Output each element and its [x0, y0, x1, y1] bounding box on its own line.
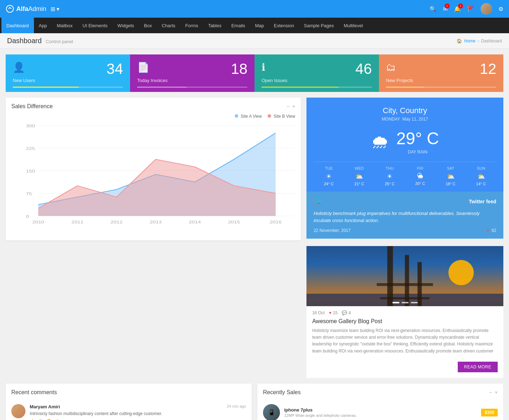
page-heading: Dashboard Control panel [7, 37, 73, 45]
blog-comments-count: 💬 4 [342, 310, 351, 315]
twitter-card: 🐦 Twitter feed Holisticly benchmark plug… [306, 192, 503, 239]
nav-app[interactable]: App [34, 18, 52, 33]
chart-card: Sales Difference − × Site A View Site B … [6, 98, 301, 240]
stat-label-projects: New Projects [386, 78, 496, 83]
thumbs-up-count: (7) [38, 419, 43, 420]
stat-card-users: 👤 34 New Users [6, 54, 130, 92]
nav-widgets[interactable]: Widgets [112, 18, 139, 33]
twitter-footer: 22 November, 2017 ♥ 62 [314, 228, 496, 233]
top-nav: AlfaAdmin ⊞ ▾ 🔍 ✉ 1 🔔 1 🚩 ⚙ [0, 0, 509, 18]
comment-text-1: Intrinsicly fashion multidisciplinary co… [30, 411, 246, 417]
chart-area: 300 225 150 75 0 [11, 122, 295, 235]
nav-mailbox[interactable]: Mailbox [52, 18, 78, 33]
svg-rect-25 [380, 297, 429, 299]
comment-item-1: Maryam Amiri 24 min ago Intrinsicly fash… [11, 400, 246, 420]
blog-meta: 16 Oct ♥ 15 💬 4 [306, 306, 503, 317]
bottom-section: Recent comments Maryam Amiri 24 min ago … [6, 384, 503, 420]
svg-text:2016: 2016 [270, 220, 282, 224]
stat-top-invoices: 📄 18 [137, 62, 247, 76]
sales-minimize-button[interactable]: − [489, 390, 492, 395]
nav-map[interactable]: Map [250, 18, 269, 33]
chart-title: Sales Difference [11, 103, 53, 110]
svg-rect-21 [387, 246, 393, 306]
sales-title: Recently Sales [263, 389, 301, 396]
svg-point-19 [449, 260, 474, 285]
sale-desc-1: 12MP Wide-angle and telephoto cameras. [284, 413, 477, 418]
nav-charts[interactable]: Charts [157, 18, 180, 33]
svg-text:2011: 2011 [71, 220, 83, 224]
stat-label-invoices: Today Invoices [137, 78, 247, 83]
nav-multilevel[interactable]: Multilevel [339, 18, 368, 33]
nav-forms[interactable]: Forms [180, 18, 203, 33]
nav-tables[interactable]: Tables [203, 18, 227, 33]
nav-box[interactable]: Box [139, 18, 157, 33]
nav-sample-pages[interactable]: Sample Pages [299, 18, 339, 33]
avatar[interactable] [481, 3, 492, 14]
search-icon[interactable]: 🔍 [429, 6, 437, 12]
svg-text:2014: 2014 [189, 220, 201, 224]
breadcrumb-current: Dashboard [481, 39, 502, 43]
weather-comma: , [396, 106, 400, 115]
stat-bar-fill-users [13, 87, 79, 88]
dot-3 [411, 302, 418, 303]
mail-icon[interactable]: ✉ 1 [443, 6, 447, 12]
svg-text:2012: 2012 [111, 220, 123, 224]
forecast-thu: THU ☀ 25° C [385, 166, 395, 186]
svg-text:2015: 2015 [228, 220, 240, 224]
thumbs-up-icon[interactable]: 👍 [30, 419, 35, 420]
stat-label-issues: Open Issues [262, 78, 372, 83]
breadcrumb-home[interactable]: Home [464, 39, 475, 43]
twitter-likes: ♥ 62 [486, 228, 496, 233]
main-nav: Dashboard App Mailbox UI Elements Widget… [0, 18, 509, 33]
chart-close-button[interactable]: × [292, 104, 295, 109]
sales-close-button[interactable]: × [495, 390, 498, 395]
stat-bar-users [13, 87, 123, 88]
weather-date: MONDAY May 11, 2017 [314, 117, 496, 122]
heart-icon: ♥ [329, 310, 332, 315]
comment-header-1: Maryam Amiri 24 min ago [30, 404, 246, 409]
top-nav-right: 🔍 ✉ 1 🔔 1 🚩 ⚙ [429, 3, 503, 14]
stat-top-projects: 🗂 12 [386, 62, 496, 76]
stat-bar-fill-issues [262, 87, 339, 88]
twitter-heart-icon: ♥ [486, 228, 489, 233]
nav-ui-elements[interactable]: UI Elements [78, 18, 113, 33]
settings-icon[interactable]: ⚙ [498, 6, 503, 12]
bell-icon[interactable]: 🔔 1 [454, 6, 461, 12]
legend-a: Site A View [235, 114, 262, 119]
sales-card: Recently Sales − × 📱 iphone 7plus 12MP W… [257, 384, 503, 420]
comment-avatar-1 [11, 404, 25, 418]
twitter-feed-label: Twitter feed [469, 199, 496, 204]
legend-dot-b [268, 114, 271, 118]
chart-minimize-button[interactable]: − [287, 104, 289, 109]
blog-image-dots [392, 302, 418, 303]
blog-footer: READ MORE [306, 359, 503, 378]
sale-info-1: iphone 7plus 12MP Wide-angle and telepho… [284, 407, 477, 418]
chart-legend: Site A View Site B View [11, 114, 295, 119]
weather-main: 🌧 29° C DAY RAIN [314, 129, 496, 154]
svg-point-0 [6, 5, 13, 12]
mail-badge: 1 [445, 4, 450, 8]
logo-text: AlfaAdmin [16, 5, 46, 13]
nav-emails[interactable]: Emails [226, 18, 250, 33]
stat-card-invoices: 📄 18 Today Invoices [130, 54, 255, 92]
breadcrumb-bar: Dashboard Control panel 🏠 Home › Dashboa… [0, 33, 509, 49]
stat-number-issues: 46 [355, 62, 372, 76]
blog-card: 16 Oct ♥ 15 💬 4 Awesome Gallery Blog Pos… [306, 246, 503, 378]
forecast-sat: SAT ⛅ 18° C [446, 166, 456, 186]
forecast-sun: SUN ⛅ 14° C [476, 166, 486, 186]
forecast-wed: WED ⛅ 21° C [355, 166, 364, 186]
read-more-button[interactable]: READ MORE [458, 362, 498, 372]
nav-extension[interactable]: Extension [269, 18, 299, 33]
flag-icon[interactable]: 🚩 [467, 6, 474, 12]
bell-badge: 1 [458, 4, 463, 8]
nav-dashboard[interactable]: Dashboard [1, 18, 34, 33]
grid-icon[interactable]: ⊞ ▾ [51, 6, 59, 12]
chart-actions: − × [287, 104, 295, 109]
sale-price-1: $300 [481, 409, 498, 416]
thumbs-down-icon[interactable]: 👎 [46, 419, 51, 420]
users-icon: 👤 [13, 62, 25, 73]
top-nav-left: AlfaAdmin ⊞ ▾ [6, 5, 60, 13]
stat-top-users: 👤 34 [13, 62, 123, 76]
comment-time-1: 24 min ago [227, 404, 246, 409]
twitter-icon: 🐦 [314, 197, 322, 206]
